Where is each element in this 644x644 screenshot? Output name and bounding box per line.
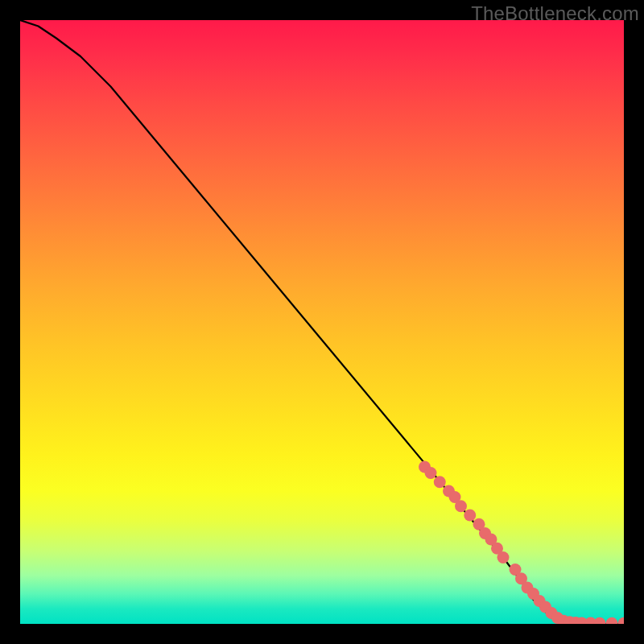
highlight-point (527, 588, 539, 600)
chart-stage: TheBottleneck.com (0, 0, 644, 644)
highlight-point (455, 500, 467, 512)
highlight-point (419, 461, 431, 473)
highlight-point (594, 617, 606, 624)
chart-svg (20, 20, 624, 624)
highlight-point (576, 617, 588, 624)
highlight-point (425, 467, 437, 479)
highlight-point (485, 534, 497, 546)
highlight-point (473, 518, 485, 530)
highlight-point (618, 617, 625, 624)
highlight-point (558, 615, 570, 624)
highlight-point (564, 616, 576, 624)
plot-area (20, 20, 624, 624)
highlight-point (434, 476, 446, 488)
highlight-point (522, 582, 534, 594)
curve-path (20, 20, 624, 624)
highlight-point (449, 491, 461, 503)
highlight-point (539, 601, 551, 613)
highlight-point (497, 551, 510, 564)
highlight-point (584, 617, 597, 624)
highlight-point (510, 564, 522, 576)
highlight-point (570, 617, 582, 624)
highlight-point (546, 607, 558, 619)
watermark-label: TheBottleneck.com (471, 2, 639, 25)
highlight-point (464, 510, 476, 522)
highlight-point (515, 572, 527, 584)
highlight-point (551, 612, 564, 624)
highlight-point (534, 595, 546, 607)
highlight-point (443, 485, 455, 497)
highlight-point (606, 617, 618, 624)
highlight-point (491, 543, 503, 555)
highlight-point (479, 527, 491, 539)
